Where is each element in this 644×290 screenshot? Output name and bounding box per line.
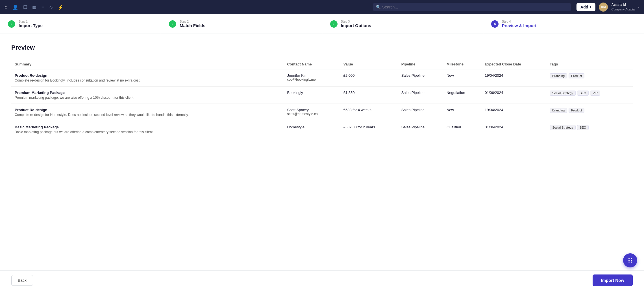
- row-0-contact: Jennifer Kimcoo@bookingly.me: [284, 69, 340, 87]
- tag-badge: SEO: [577, 91, 589, 96]
- main-content: Preview Summary Contact Name Value Pipel…: [0, 34, 644, 290]
- row-desc: Complete re-design for Bookingly. Includ…: [15, 78, 280, 82]
- analytics-icon[interactable]: ▦: [32, 5, 36, 10]
- tasks-icon[interactable]: ☐: [23, 5, 27, 10]
- home-icon[interactable]: ⌂: [5, 5, 7, 10]
- step-2[interactable]: ✓ Step 2 Match Fields: [161, 14, 322, 34]
- svg-point-3: [631, 260, 632, 261]
- svg-point-4: [628, 262, 630, 263]
- contact-email: scott@homestyle.co: [287, 112, 336, 116]
- svg-point-2: [628, 260, 630, 261]
- search-wrap: 🔍: [373, 3, 571, 11]
- table-row: Premium Marketing PackagePremium marketi…: [11, 87, 633, 104]
- row-desc: Premium marketing package, we are also o…: [15, 96, 280, 100]
- row-2-summary: Product Re-designComplete re-design for …: [11, 104, 284, 121]
- row-0-value: £2,000: [340, 69, 398, 87]
- step3-title: Import Options: [341, 23, 371, 28]
- user-info: Acacia M Company Acacia: [611, 3, 635, 12]
- row-desc: Basic marketing package but we are offer…: [15, 130, 280, 134]
- table-row: Basic Marketing PackageBasic marketing p…: [11, 121, 633, 138]
- tag-badge: SEO: [577, 125, 589, 130]
- chart-icon[interactable]: ∿: [49, 5, 53, 10]
- lightning-icon[interactable]: ⚡: [58, 5, 64, 10]
- row-0-date: 19/04/2024: [481, 69, 546, 87]
- row-1-summary: Premium Marketing PackagePremium marketi…: [11, 87, 284, 104]
- col-milestone: Milestone: [443, 59, 481, 69]
- step2-icon: ✓: [169, 20, 176, 28]
- row-3-tags: Social StrategySEO: [546, 121, 633, 138]
- row-2-date: 19/04/2024: [481, 104, 546, 121]
- row-0-milestone: New: [443, 69, 481, 87]
- row-2-contact: Scott Spaceyscott@homestyle.co: [284, 104, 340, 121]
- chevron-down-icon[interactable]: ▾: [638, 6, 639, 9]
- contact-name: Jennifer Kim: [287, 73, 336, 78]
- search-input[interactable]: [373, 3, 571, 11]
- step3-label: Step 3: [341, 20, 371, 23]
- col-value: Value: [340, 59, 398, 69]
- preview-title: Preview: [11, 44, 633, 51]
- step4-label: Step 4: [502, 20, 537, 23]
- step-1[interactable]: ✓ Step 1 Import Type: [0, 14, 161, 34]
- row-3-summary: Basic Marketing PackageBasic marketing p…: [11, 121, 284, 138]
- row-3-value: €582.30 for 2 years: [340, 121, 398, 138]
- step-3[interactable]: ✓ Step 3 Import Options: [322, 14, 483, 34]
- step2-title: Match Fields: [180, 23, 205, 28]
- row-3-milestone: Qualified: [443, 121, 481, 138]
- tag-badge: Product: [569, 73, 584, 78]
- step3-icon: ✓: [330, 20, 338, 28]
- row-1-milestone: Negotiation: [443, 87, 481, 104]
- tag-badge: Branding: [550, 73, 567, 78]
- tag-badge: VIP: [590, 91, 600, 96]
- import-now-button[interactable]: Import Now: [593, 274, 633, 286]
- row-0-summary: Product Re-designComplete re-design for …: [11, 69, 284, 87]
- menu-icon[interactable]: ≡: [42, 5, 44, 10]
- preview-table: Summary Contact Name Value Pipeline Mile…: [11, 59, 633, 138]
- step4-title: Preview & Import: [502, 23, 537, 28]
- contacts-icon[interactable]: 👤: [12, 5, 18, 10]
- row-1-date: 01/06/2024: [481, 87, 546, 104]
- col-expected-close-date: Expected Close Date: [481, 59, 546, 69]
- row-title: Basic Marketing Package: [15, 125, 280, 129]
- nav-icons: ⌂ 👤 ☐ ▦ ≡ ∿ ⚡: [5, 5, 367, 10]
- col-pipeline: Pipeline: [398, 59, 443, 69]
- step1-icon: ✓: [8, 20, 15, 28]
- table-row: Product Re-designComplete re-design for …: [11, 69, 633, 87]
- row-2-tags: BrandingProduct: [546, 104, 633, 121]
- row-desc: Complete re-design for Homestyle. Does n…: [15, 113, 280, 117]
- row-1-value: £1,350: [340, 87, 398, 104]
- row-title: Product Re-design: [15, 73, 280, 78]
- step4-icon: 4: [491, 20, 499, 28]
- step2-label: Step 2: [180, 20, 205, 23]
- col-summary: Summary: [11, 59, 284, 69]
- tag-badge: Branding: [550, 108, 567, 113]
- row-3-date: 01/06/2024: [481, 121, 546, 138]
- table-header: Summary Contact Name Value Pipeline Mile…: [11, 59, 633, 69]
- top-nav: ⌂ 👤 ☐ ▦ ≡ ∿ ⚡ 🔍 Add + AM Acacia M Compan…: [0, 0, 644, 14]
- row-0-pipeline: Sales Pipeline: [398, 69, 443, 87]
- contact-email: coo@bookingly.me: [287, 78, 336, 82]
- nav-right: Add + AM Acacia M Company Acacia ▾: [576, 3, 639, 12]
- row-2-value: €583 for 4 weeks: [340, 104, 398, 121]
- step-4[interactable]: 4 Step 4 Preview & Import: [483, 14, 644, 34]
- user-company: Company Acacia: [611, 7, 635, 12]
- row-2-pipeline: Sales Pipeline: [398, 104, 443, 121]
- contact-name: Scott Spacey: [287, 108, 336, 112]
- row-title: Premium Marketing Package: [15, 91, 280, 95]
- table-body: Product Re-designComplete re-design for …: [11, 69, 633, 138]
- row-2-milestone: New: [443, 104, 481, 121]
- avatar: AM: [599, 3, 608, 12]
- fab-button[interactable]: [623, 253, 637, 267]
- row-0-tags: BrandingProduct: [546, 69, 633, 87]
- search-icon: 🔍: [376, 5, 381, 9]
- contact-name: Bookingly: [287, 91, 336, 95]
- footer: Back Import Now: [0, 270, 644, 290]
- row-1-tags: Social StrategySEOVIP: [546, 87, 633, 104]
- add-button[interactable]: Add +: [576, 3, 595, 11]
- svg-point-0: [628, 258, 630, 259]
- row-1-contact: Bookingly: [284, 87, 340, 104]
- svg-point-5: [631, 262, 632, 263]
- back-button[interactable]: Back: [11, 275, 33, 286]
- tag-badge: Social Strategy: [550, 125, 576, 130]
- svg-point-1: [631, 258, 632, 259]
- col-tags: Tags: [546, 59, 633, 69]
